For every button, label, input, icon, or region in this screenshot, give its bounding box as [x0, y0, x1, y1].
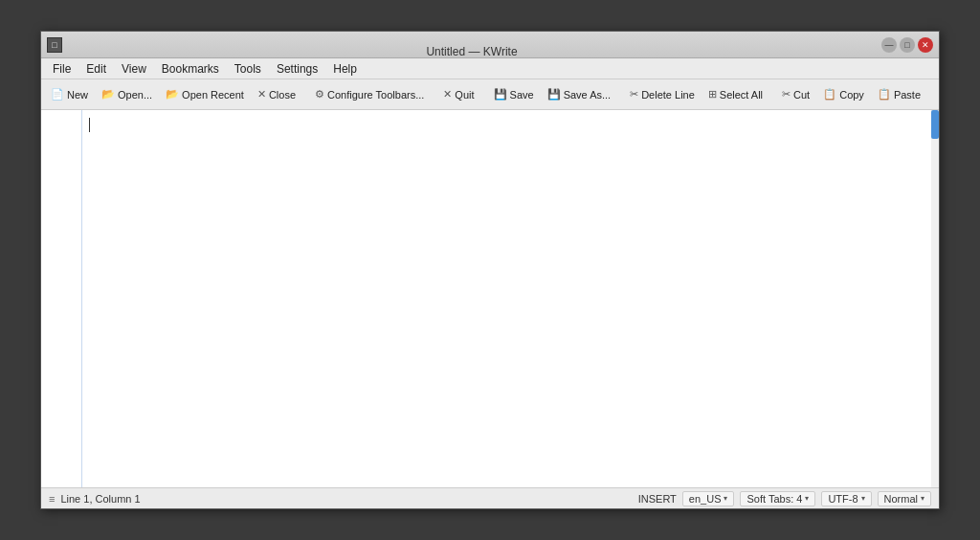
cut-button[interactable]: ✂ Cut	[776, 85, 815, 103]
save-icon: 💾	[494, 88, 507, 101]
menu-edit[interactable]: Edit	[78, 60, 114, 78]
editor-content[interactable]	[41, 110, 939, 487]
encoding-chevron-icon: ▾	[861, 494, 865, 503]
encoding-badge[interactable]: UTF-8 ▾	[821, 491, 871, 506]
maximize-button[interactable]: □	[900, 37, 915, 53]
undo-button[interactable]: ↩ Undo	[934, 85, 939, 103]
syntax-badge[interactable]: Normal ▾	[878, 491, 931, 506]
minimize-button[interactable]: —	[881, 37, 897, 53]
menu-tools[interactable]: Tools	[227, 60, 269, 78]
save-as-button[interactable]: 💾 Save As...	[542, 85, 617, 103]
locale-badge[interactable]: en_US ▾	[682, 491, 735, 506]
status-right: INSERT en_US ▾ Soft Tabs: 4 ▾ UTF-8 ▾ No…	[638, 491, 931, 506]
delete-line-icon: ✂	[630, 88, 638, 101]
main-window: □ Untitled — KWrite — □ ✕ File Edit View…	[40, 31, 940, 509]
soft-tabs-badge[interactable]: Soft Tabs: 4 ▾	[740, 491, 815, 506]
text-cursor	[89, 118, 90, 132]
copy-icon: 📋	[823, 88, 836, 101]
save-as-icon: 💾	[547, 88, 561, 101]
select-all-button[interactable]: ⊞ Select All	[702, 85, 768, 103]
window-icon: □	[47, 37, 62, 53]
menu-help[interactable]: Help	[325, 60, 365, 78]
scrollbar-right[interactable]	[931, 110, 939, 487]
window-controls: — □ ✕	[881, 37, 933, 53]
titlebar: □ Untitled — KWrite — □ ✕	[41, 32, 939, 58]
menubar: File Edit View Bookmarks Tools Settings …	[41, 58, 939, 79]
open-recent-button[interactable]: 📂 Open Recent	[160, 85, 250, 103]
close-icon: ✕	[257, 88, 266, 101]
quit-icon: ✕	[443, 88, 452, 101]
cut-icon: ✂	[782, 88, 791, 101]
menu-settings[interactable]: Settings	[269, 60, 325, 78]
insert-mode: INSERT	[638, 493, 677, 505]
select-all-icon: ⊞	[708, 88, 717, 101]
titlebar-left: □	[47, 37, 62, 53]
configure-toolbars-button[interactable]: ⚙ Configure Toolbars...	[309, 85, 430, 103]
window-title: Untitled — KWrite	[426, 45, 517, 58]
toolbar: 📄 New 📂 Open... 📂 Open Recent ✕ Close ⚙ …	[41, 79, 939, 110]
syntax-chevron-icon: ▾	[921, 494, 924, 503]
new-button[interactable]: 📄 New	[45, 85, 94, 103]
new-icon: 📄	[51, 88, 64, 101]
paste-button[interactable]: 📋 Paste	[872, 85, 926, 103]
close-button-toolbar[interactable]: ✕ Close	[252, 85, 301, 103]
configure-icon: ⚙	[315, 88, 324, 101]
menu-file[interactable]: File	[45, 60, 78, 78]
open-icon: 📂	[101, 88, 115, 101]
paste-icon: 📋	[878, 88, 891, 101]
scrollbar-thumb[interactable]	[931, 110, 939, 139]
delete-line-button[interactable]: ✂ Delete Line	[624, 85, 701, 103]
cursor-line	[89, 118, 931, 132]
editor-area[interactable]	[41, 110, 939, 487]
statusbar: ≡ Line 1, Column 1 INSERT en_US ▾ Soft T…	[41, 487, 939, 508]
close-button[interactable]: ✕	[918, 37, 933, 53]
position-icon: ≡	[49, 493, 55, 505]
open-button[interactable]: 📂 Open...	[96, 85, 158, 103]
locale-chevron-icon: ▾	[724, 494, 727, 503]
open-recent-icon: 📂	[166, 88, 179, 101]
status-left: ≡ Line 1, Column 1	[49, 493, 631, 505]
copy-button[interactable]: 📋 Copy	[817, 85, 870, 103]
menu-bookmarks[interactable]: Bookmarks	[154, 60, 227, 78]
quit-button[interactable]: ✕ Quit	[437, 85, 479, 103]
save-button[interactable]: 💾 Save	[488, 85, 540, 103]
menu-view[interactable]: View	[114, 60, 154, 78]
soft-tabs-chevron-icon: ▾	[805, 494, 809, 503]
cursor-position: Line 1, Column 1	[60, 493, 140, 505]
